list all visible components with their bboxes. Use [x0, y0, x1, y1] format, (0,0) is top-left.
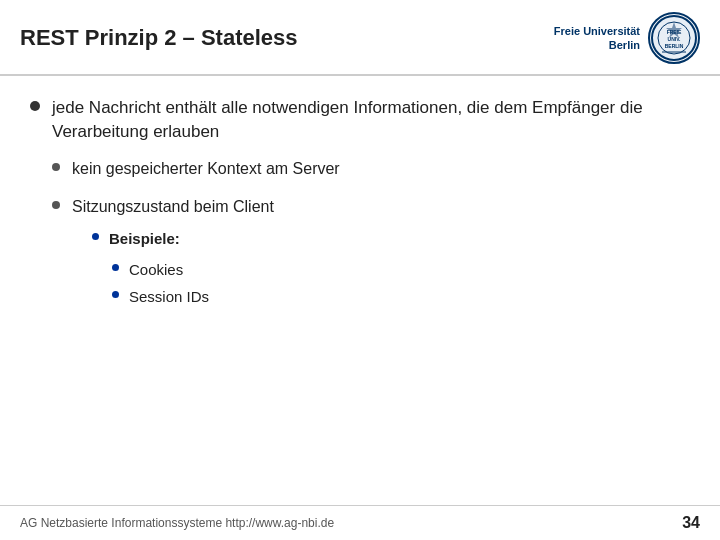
- slide-content: jede Nachricht enthält alle notwendigen …: [0, 76, 720, 505]
- bullet-item-2: kein gespeicherter Kontext am Server: [52, 158, 680, 180]
- cookies-dot: [112, 264, 119, 271]
- slide-footer: AG Netzbasierte Informationssysteme http…: [0, 505, 720, 540]
- beispiele-items: Cookies Session IDs: [112, 259, 274, 307]
- logo-area: Freie Universität Berlin FREIE UNIV. BER…: [554, 12, 700, 64]
- sub-bullets-container: kein gespeicherter Kontext am Server Sit…: [52, 158, 680, 314]
- bullet-3-content: Sitzungszustand beim Client Beispiele:: [72, 196, 274, 313]
- beispiele-label: Beispiele:: [109, 228, 180, 249]
- logo-text: Freie Universität Berlin: [554, 24, 640, 53]
- bullet-text-1: jede Nachricht enthält alle notwendigen …: [52, 96, 680, 144]
- session-ids-item: Session IDs: [112, 286, 274, 307]
- bullet-text-2: kein gespeicherter Kontext am Server: [72, 158, 340, 180]
- slide-title: REST Prinzip 2 – Stateless: [20, 25, 298, 51]
- bullet-dot-1: [30, 101, 40, 111]
- bullet-item-3: Sitzungszustand beim Client Beispiele:: [52, 196, 680, 313]
- slide: REST Prinzip 2 – Stateless Freie Univers…: [0, 0, 720, 540]
- sub-sub-bullets: Beispiele: Cookies Session IDs: [92, 228, 274, 307]
- session-ids-label: Session IDs: [129, 286, 209, 307]
- bullet-dot-2: [52, 163, 60, 171]
- university-logo: FREIE UNIV. BERLIN: [648, 12, 700, 64]
- slide-header: REST Prinzip 2 – Stateless Freie Univers…: [0, 0, 720, 76]
- svg-text:BERLIN: BERLIN: [665, 43, 684, 49]
- cookies-label: Cookies: [129, 259, 183, 280]
- bullet-text-3: Sitzungszustand beim Client: [72, 198, 274, 215]
- footer-page-number: 34: [682, 514, 700, 532]
- bullet-dot-3: [52, 201, 60, 209]
- beispiele-dot: [92, 233, 99, 240]
- session-ids-dot: [112, 291, 119, 298]
- cookies-item: Cookies: [112, 259, 274, 280]
- bullet-item-1: jede Nachricht enthält alle notwendigen …: [30, 96, 680, 144]
- footer-text: AG Netzbasierte Informationssysteme http…: [20, 516, 334, 530]
- beispiele-item: Beispiele:: [92, 228, 274, 249]
